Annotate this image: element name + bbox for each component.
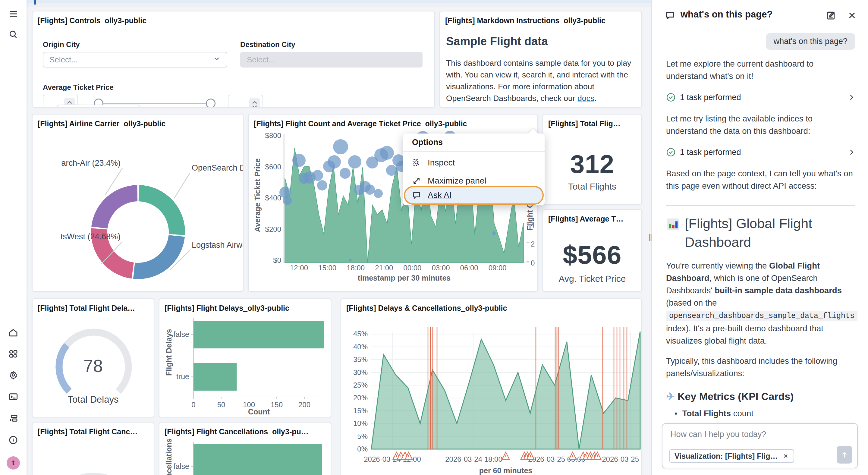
panel-total-flights: [Flights] Total Flig… 312 Total Flights	[542, 114, 642, 204]
destination-city-select[interactable]: Select...	[240, 52, 423, 67]
panel-flight-cancellations: [Flights] Flight Cancellations_olly3-pu……	[159, 422, 331, 475]
close-icon[interactable]	[847, 10, 858, 21]
ticket-price-bubble[interactable]	[312, 170, 323, 181]
y-axis-label: Flight Cancellations	[164, 438, 173, 475]
send-button[interactable]	[837, 446, 852, 464]
cancellations-gauge[interactable]	[33, 422, 154, 475]
menu-item-label: Inspect	[428, 158, 455, 167]
category-label: false	[173, 462, 189, 471]
close-icon[interactable]	[783, 453, 789, 459]
panel-title: [Flights] Markdown Instructions_olly3-pu…	[445, 16, 606, 25]
chat-bubble-icon	[665, 10, 676, 21]
x-tick-label: 00:00	[403, 264, 421, 272]
donut-label: arch-Air (23.4%)	[61, 159, 121, 167]
flight-delays-chart[interactable]: 050100150200falsetrueFlight DelaysCount	[159, 299, 331, 417]
bar[interactable]	[193, 321, 324, 348]
ticket-price-bubble[interactable]	[365, 185, 375, 195]
panel-flight-delays: [Flights] Flight Delays_olly3-public 050…	[159, 298, 331, 417]
panel-markdown: [Flights] Markdown Instructions_olly3-pu…	[439, 11, 642, 107]
menu-icon[interactable]	[7, 7, 20, 21]
ticket-price-bubble[interactable]	[292, 154, 306, 167]
panel-title: [Flights] Total Flig…	[548, 119, 621, 128]
avatar[interactable]: t	[7, 456, 20, 470]
console-icon[interactable]	[7, 390, 20, 403]
bar[interactable]	[193, 444, 322, 475]
avg-ticket-caption: Avg. Ticket Price	[543, 274, 641, 284]
origin-city-value: Select...	[50, 55, 78, 64]
menu-item-inspect[interactable]: Inspect	[403, 154, 545, 171]
ticket-price-bubble[interactable]	[386, 165, 397, 176]
avg-ticket-value: $566	[543, 240, 641, 270]
context-chip-label: Visualization: [Flights] Flig…	[675, 452, 778, 461]
chat-input[interactable]: How can I help you today? Visualization:…	[662, 423, 858, 468]
chat-input-placeholder: How can I help you today?	[670, 430, 766, 439]
search-icon[interactable]	[7, 28, 20, 41]
ticket-price-bubble[interactable]	[283, 196, 292, 205]
destination-city-label: Destination City	[240, 40, 296, 49]
sidebar-resize-handle[interactable]: ‖	[649, 233, 653, 243]
menu-item-label: Maximize panel	[428, 176, 487, 186]
y-tick-label: 15%	[353, 407, 368, 415]
stepper-icon[interactable]	[249, 98, 260, 107]
new-conversation-icon[interactable]	[826, 10, 837, 21]
price-slider-handle-max[interactable]	[206, 99, 216, 107]
donut-chart[interactable]: OpenSearch DasLogstash AirwaytsWest (24.…	[33, 115, 244, 292]
task-performed-row[interactable]: 1 task performed	[666, 147, 855, 157]
ticket-price-bubble[interactable]	[340, 168, 350, 179]
x-tick-label: 03:00	[432, 264, 450, 272]
origin-city-label: Origin City	[43, 40, 80, 49]
gear-icon[interactable]	[7, 368, 20, 382]
ticket-price-bubble[interactable]	[349, 259, 352, 262]
chat-subheading: ✈ Key Metrics (KPI Cards)	[666, 390, 855, 402]
divider	[666, 205, 855, 206]
ticket-price-bubble[interactable]	[380, 146, 394, 160]
price-max-input[interactable]	[228, 95, 263, 107]
y-tick-label: 40%	[353, 343, 368, 351]
donut-label: OpenSearch Das	[192, 163, 244, 172]
bar[interactable]	[193, 363, 237, 390]
ticket-price-bubble[interactable]	[333, 139, 348, 154]
y-tick-label: 35%	[353, 355, 368, 363]
y-tick-label: 25%	[353, 381, 368, 389]
y-tick-label: 30%	[353, 368, 368, 376]
y-tick-label: 10%	[353, 419, 368, 428]
total-flights-value: 312	[543, 149, 641, 179]
chevron-right-icon	[847, 148, 855, 156]
x-tick-label: 0	[191, 401, 195, 409]
delays-gauge-caption: Total Delays	[33, 394, 154, 405]
task-performed-row[interactable]: 1 task performed	[666, 93, 855, 102]
flight-cancellations-chart[interactable]: falseFlight Cancellations	[159, 422, 331, 475]
x-tick-label: 12:00	[290, 264, 308, 272]
panel-options-menu: Options Inspect Maximize panel Ask AI	[403, 133, 545, 205]
delays-cancellations-chart[interactable]: 45%40%35%30%25%20%15%10%5%0%2026-03-24 1…	[341, 299, 642, 475]
donut-slice[interactable]	[133, 235, 185, 279]
context-chip[interactable]: Visualization: [Flights] Flig…	[669, 449, 794, 463]
origin-city-select[interactable]: Select...	[43, 52, 227, 67]
donut-slice[interactable]	[91, 185, 137, 228]
panel-total-cancellations: [Flights] Total Flight Canc…	[32, 422, 154, 475]
y-tick-label: 0	[531, 259, 535, 267]
assistant-message: Let me try listing the available indices…	[666, 113, 855, 137]
panel-total-delays: [Flights] Total Flight Dela… 78 Total De…	[32, 298, 154, 417]
delay-percent-area[interactable]	[371, 331, 640, 449]
add-panel-icon[interactable]	[7, 412, 20, 425]
ticket-price-bubble[interactable]	[492, 231, 496, 235]
ticket-price-bubble[interactable]	[317, 180, 327, 190]
ticket-price-bubble[interactable]	[348, 155, 361, 168]
ticket-price-bubble[interactable]	[279, 187, 291, 198]
donut-label: Logstash Airway	[192, 241, 244, 250]
info-icon[interactable]	[7, 434, 20, 447]
home-icon[interactable]	[7, 326, 20, 339]
left-nav-rail: t	[0, 0, 27, 475]
markdown-body: This dashboard contains sample data for …	[446, 57, 639, 104]
apps-icon[interactable]	[7, 347, 20, 360]
panel-avg-ticket: [Flights] Average T… $566 Avg. Ticket Pr…	[542, 209, 642, 292]
price-slider-track[interactable]	[98, 103, 211, 104]
options-menu-title: Options	[412, 138, 443, 147]
docs-link[interactable]: docs	[578, 94, 594, 103]
ticket-price-bubble[interactable]	[328, 155, 341, 168]
top-indicator	[34, 0, 36, 4]
ticket-price-bubble[interactable]	[374, 189, 383, 198]
menu-item-ask-ai[interactable]: Ask AI	[403, 187, 545, 204]
assistant-message: Typically, this dashboard includes the f…	[666, 355, 855, 379]
